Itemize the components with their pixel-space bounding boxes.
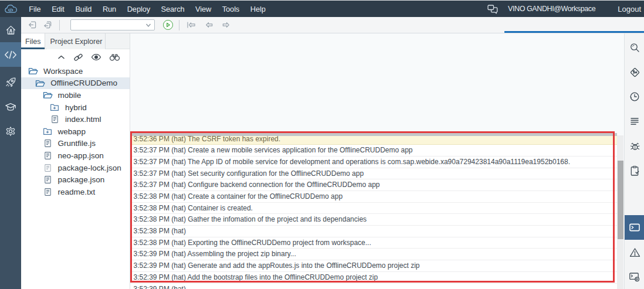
- console-log: 3:52:36 PM (hat) The CSRF token has expi…: [130, 134, 617, 289]
- git-pane-icon[interactable]: [625, 60, 644, 84]
- learning-icon[interactable]: [0, 94, 21, 119]
- menu-item-deploy[interactable]: Deploy: [121, 1, 155, 17]
- menu-item-edit[interactable]: Edit: [46, 1, 70, 17]
- sap-web-ide-window: FileEditBuildRunDeploySearchViewToolsHel…: [0, 0, 644, 289]
- accent-line: [504, 31, 644, 33]
- console-log-row[interactable]: 3:52:37 PM (hat) The App ID of mobile se…: [130, 157, 617, 168]
- console-log-row[interactable]: 3:52:38 PM (hat): [130, 226, 617, 237]
- tree-item-label: OfflineCRUDDemo: [50, 79, 117, 87]
- debugger-icon[interactable]: [625, 134, 644, 158]
- tree-item-workspace[interactable]: Workspace: [21, 65, 130, 77]
- tree-item-label: mobile: [58, 91, 82, 100]
- tree-item-label: neo-app.json: [58, 151, 104, 160]
- left-navigation-rail: [0, 17, 21, 289]
- menu-item-file[interactable]: File: [23, 1, 46, 17]
- file-icon: [43, 139, 53, 148]
- console-log-row[interactable]: 3:52:38 PM (hat) Create a container for …: [130, 191, 617, 203]
- folder-open-icon: [35, 79, 45, 87]
- tree-item-label: hybrid: [65, 103, 87, 112]
- navigate-forward-button[interactable]: [222, 21, 231, 29]
- run-console-icon[interactable]: [625, 264, 644, 289]
- tree-item-gruntfile-js[interactable]: Gruntfile.js: [21, 138, 130, 150]
- console-log-row[interactable]: 3:52:38 PM (hat) Gather the infomation o…: [130, 214, 617, 226]
- file-explorer-panel: FilesProject Explorer Workspace OfflineC…: [21, 33, 130, 289]
- console-log-row[interactable]: 3:52:39 PM (hat) Generate and add the ap…: [130, 260, 617, 272]
- tree-item-label: package.json: [58, 175, 105, 184]
- right-rail-bottom-group: [625, 215, 644, 289]
- top-menu-bar: FileEditBuildRunDeploySearchViewToolsHel…: [0, 0, 644, 17]
- tree-item-label: readme.txt: [58, 188, 96, 196]
- tab-project-explorer[interactable]: Project Explorer: [47, 33, 106, 49]
- console-log-row[interactable]: 3:52:37 PM (hat) Set security configurat…: [130, 168, 617, 180]
- tab-files[interactable]: Files: [21, 33, 45, 49]
- tree-item-offlinecruddemo[interactable]: OfflineCRUDDemo: [21, 77, 130, 90]
- topbar-right-group: VINO GANDHI@Workspace Logout: [487, 1, 644, 17]
- console-log-row[interactable]: 3:52:38 PM (hat) Container is created.: [130, 203, 617, 215]
- console-scrollbar-thumb[interactable]: [618, 161, 623, 239]
- file-tree: Workspace OfflineCRUDDemo mobile hybrid …: [21, 65, 130, 198]
- run-button[interactable]: [163, 20, 173, 30]
- user-workspace-label[interactable]: VINO GANDHI@Workspace: [508, 5, 595, 13]
- menu-item-help[interactable]: Help: [245, 1, 271, 17]
- cloud-code-icon[interactable]: [0, 1, 21, 17]
- explorer-tabstrip: FilesProject Explorer: [21, 33, 130, 49]
- collapse-all-icon[interactable]: [57, 53, 66, 62]
- logout-button[interactable]: Logout: [618, 5, 641, 13]
- navigate-back-button[interactable]: [204, 21, 213, 29]
- show-hidden-icon[interactable]: [91, 53, 101, 61]
- explorer-toolbar: [21, 49, 130, 65]
- last-edit-location-button[interactable]: [187, 21, 196, 29]
- menu-item-run[interactable]: Run: [97, 1, 122, 17]
- right-panel-rail: [624, 33, 644, 289]
- console-log-row[interactable]: 3:52:39 PM (hat) Add the bootstrap files…: [130, 272, 617, 284]
- tree-item-label: Gruntfile.js: [58, 139, 96, 148]
- tree-item-webapp[interactable]: webapp: [21, 125, 130, 138]
- console-log-row[interactable]: 3:52:37 PM (hat) Create a new mobile ser…: [130, 145, 617, 157]
- feedback-icon[interactable]: [487, 4, 498, 14]
- settings-icon[interactable]: [0, 119, 21, 144]
- chevron-down-icon: [145, 22, 152, 29]
- menu-item-tools[interactable]: Tools: [217, 1, 245, 17]
- menu-item-view[interactable]: View: [190, 1, 217, 17]
- menu-item-search[interactable]: Search: [155, 1, 190, 17]
- console-log-row[interactable]: 3:52:39 PM (hat) Assembling the project …: [130, 249, 617, 260]
- file-icon: [43, 188, 53, 196]
- file-icon: [43, 175, 53, 184]
- tree-item-label: package-lock.json: [58, 164, 121, 172]
- outline-icon[interactable]: [625, 109, 644, 134]
- search-files-icon[interactable]: [109, 53, 120, 62]
- development-icon[interactable]: [0, 42, 21, 67]
- folder-open-icon: [28, 67, 38, 75]
- save-all-button[interactable]: [43, 21, 52, 29]
- search-icon[interactable]: [625, 35, 644, 60]
- history-icon[interactable]: [625, 84, 644, 109]
- console-scrollbar[interactable]: [617, 135, 623, 289]
- console-pane-icon[interactable]: [625, 215, 644, 240]
- preferences-icon[interactable]: [0, 70, 21, 94]
- tree-item-neo-app-json[interactable]: neo-app.json: [21, 149, 130, 162]
- home-icon[interactable]: [0, 18, 21, 42]
- tree-item-mobile[interactable]: mobile: [21, 89, 130, 101]
- right-rail-top-group: [625, 35, 644, 183]
- toolbar-separator: [179, 20, 179, 30]
- folder-plus-icon: [50, 103, 60, 111]
- console-log-row[interactable]: 3:52:37 PM (hat) Configure backend conne…: [130, 179, 617, 191]
- tree-item-readme-txt[interactable]: readme.txt: [21, 186, 130, 198]
- tree-item-hybrid[interactable]: hybrid: [21, 101, 130, 114]
- tree-item-index-html[interactable]: index.html: [21, 113, 130, 125]
- save-button[interactable]: [28, 21, 37, 29]
- panel-splitter[interactable]: [130, 133, 617, 136]
- file-icon: [43, 151, 53, 160]
- console-log-row[interactable]: 3:52:39 PM (hat): [130, 284, 617, 289]
- file-dim-icon: [43, 164, 53, 172]
- tree-item-package-lock-json[interactable]: package-lock.json: [21, 162, 130, 174]
- link-editor-icon[interactable]: [73, 53, 83, 62]
- folder-open-icon: [43, 91, 53, 99]
- tests-icon[interactable]: [625, 158, 644, 183]
- tree-item-package-json[interactable]: package.json: [21, 174, 130, 186]
- tree-item-label: index.html: [65, 115, 101, 124]
- problems-icon[interactable]: [625, 240, 644, 264]
- console-log-row[interactable]: 3:52:38 PM (hat) Exporting the OfflineCR…: [130, 237, 617, 249]
- run-configuration-combobox[interactable]: [70, 19, 155, 30]
- menu-item-build[interactable]: Build: [70, 1, 97, 17]
